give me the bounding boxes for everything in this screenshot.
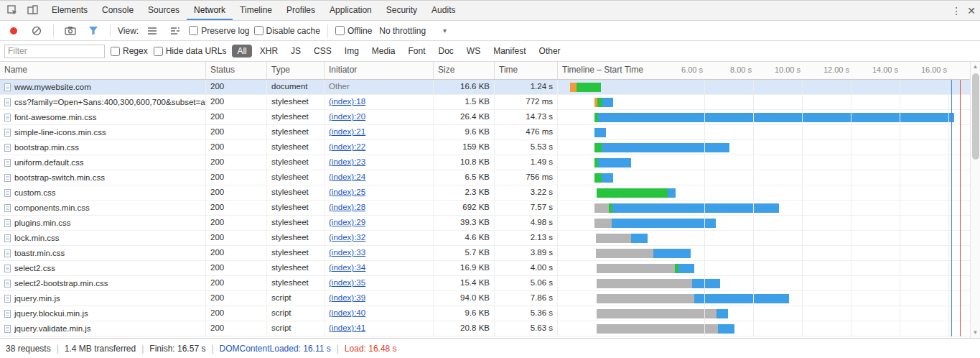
throttling-select[interactable]: No throttling ▾: [376, 24, 449, 37]
column-header-type[interactable]: Type: [267, 62, 325, 79]
initiator-link[interactable]: (index):32: [329, 233, 365, 242]
request-row[interactable]: custom.css200stylesheet(index):252.3 KB3…: [0, 185, 980, 201]
preserve-log-input[interactable]: [189, 26, 198, 35]
column-header-time[interactable]: Time: [495, 62, 558, 79]
column-header-initiator[interactable]: Initiator: [325, 62, 434, 79]
regex-checkbox[interactable]: Regex: [111, 46, 148, 56]
hide-data-urls-checkbox[interactable]: Hide data URLs: [154, 46, 227, 56]
tab-elements[interactable]: Elements: [45, 1, 95, 20]
offline-checkbox[interactable]: Offline: [335, 26, 372, 36]
initiator-link[interactable]: (index):24: [329, 173, 365, 181]
tab-profiles[interactable]: Profiles: [279, 1, 322, 20]
request-row[interactable]: jquery.blockui.min.js200script(index):40…: [0, 306, 980, 321]
scroll-up-icon[interactable]: ▲: [973, 62, 979, 72]
filter-input[interactable]: [4, 45, 105, 58]
view-large-rows-icon[interactable]: [166, 22, 185, 40]
type-filter-media[interactable]: Media: [367, 45, 401, 58]
initiator-link[interactable]: (index):40: [329, 308, 365, 317]
request-row[interactable]: css?family=Open+Sans:400,300,600,700&sub…: [0, 95, 980, 110]
tab-audits[interactable]: Audits: [424, 1, 462, 20]
initiator-link[interactable]: (index):39: [329, 293, 365, 302]
type-filter-doc[interactable]: Doc: [434, 45, 459, 58]
waterfall-bar[interactable]: [594, 128, 606, 137]
filter-funnel-icon[interactable]: [84, 22, 103, 40]
waterfall-bar[interactable]: [596, 234, 648, 243]
type-filter-xhr[interactable]: XHR: [255, 45, 283, 58]
waterfall-bar[interactable]: [594, 158, 631, 167]
disable-cache-input[interactable]: [254, 26, 263, 35]
regex-input[interactable]: [111, 47, 120, 56]
overflow-menu-icon[interactable]: ⋮: [951, 5, 961, 17]
request-row[interactable]: lock.min.css200stylesheet(index):324.6 K…: [0, 231, 980, 246]
tab-network[interactable]: Network: [187, 1, 233, 20]
view-list-icon[interactable]: [143, 22, 162, 40]
waterfall-bar[interactable]: [597, 264, 694, 273]
type-filter-font[interactable]: Font: [403, 45, 431, 58]
initiator-link[interactable]: (index):18: [329, 97, 365, 106]
waterfall-bar[interactable]: [596, 249, 691, 258]
initiator-link[interactable]: (index):33: [329, 248, 365, 257]
request-row[interactable]: bootstrap.min.css200stylesheet(index):22…: [0, 140, 980, 155]
clear-button[interactable]: [27, 22, 46, 40]
type-filter-manifest[interactable]: Manifest: [488, 45, 531, 58]
scroll-down-icon[interactable]: ▼: [973, 328, 979, 338]
waterfall-bar[interactable]: [597, 309, 727, 318]
waterfall-bar[interactable]: [597, 279, 720, 288]
request-row[interactable]: plugins.min.css200stylesheet(index):2939…: [0, 216, 980, 231]
tab-sources[interactable]: Sources: [141, 1, 187, 20]
request-row[interactable]: www.mywebsite.com200documentOther16.6 KB…: [0, 80, 980, 95]
waterfall-bar[interactable]: [594, 143, 729, 152]
initiator-link[interactable]: (index):23: [329, 157, 365, 166]
screenshot-capture-icon[interactable]: [61, 22, 80, 40]
initiator-link[interactable]: (index):41: [329, 323, 365, 332]
disable-cache-checkbox[interactable]: Disable cache: [254, 26, 320, 36]
type-filter-js[interactable]: JS: [286, 45, 306, 58]
initiator-link[interactable]: (index):22: [329, 142, 365, 151]
request-row[interactable]: select2.css200stylesheet(index):3416.9 K…: [0, 261, 980, 276]
waterfall-bar[interactable]: [597, 324, 734, 334]
request-row[interactable]: components.min.css200stylesheet(index):2…: [0, 201, 980, 216]
request-row[interactable]: simple-line-icons.min.css200stylesheet(i…: [0, 125, 980, 140]
request-row[interactable]: uniform.default.css200stylesheet(index):…: [0, 155, 980, 170]
hide-data-urls-input[interactable]: [154, 47, 163, 56]
waterfall-bar[interactable]: [597, 188, 675, 198]
initiator-link[interactable]: (index):34: [329, 263, 365, 272]
tab-timeline[interactable]: Timeline: [233, 1, 279, 20]
tab-console[interactable]: Console: [95, 1, 141, 20]
type-filter-css[interactable]: CSS: [309, 45, 337, 58]
request-row[interactable]: toastr.min.css200stylesheet(index):335.7…: [0, 246, 980, 261]
preserve-log-checkbox[interactable]: Preserve log: [189, 26, 249, 36]
request-row[interactable]: bootstrap-switch.min.css200stylesheet(in…: [0, 170, 980, 185]
scrollbar-thumb[interactable]: [972, 73, 979, 160]
request-row[interactable]: font-awesome.min.css200stylesheet(index)…: [0, 110, 980, 125]
initiator-link[interactable]: (index):25: [329, 188, 365, 196]
column-header-name[interactable]: Name: [0, 62, 206, 79]
waterfall-bar[interactable]: [594, 98, 613, 107]
record-button[interactable]: [4, 22, 23, 40]
waterfall-bar[interactable]: [570, 83, 601, 92]
vertical-scrollbar[interactable]: ▲ ▼: [970, 62, 980, 338]
waterfall-bar[interactable]: [594, 203, 779, 213]
type-filter-other[interactable]: Other: [534, 45, 566, 58]
waterfall-bar[interactable]: [594, 219, 716, 228]
tab-security[interactable]: Security: [379, 1, 424, 20]
request-row[interactable]: select2-bootstrap.min.css200stylesheet(i…: [0, 276, 980, 291]
initiator-link[interactable]: (index):21: [329, 127, 365, 136]
initiator-link[interactable]: (index):35: [329, 278, 365, 287]
waterfall-bar[interactable]: [597, 294, 788, 303]
type-filter-ws[interactable]: WS: [462, 45, 485, 58]
tab-application[interactable]: Application: [322, 1, 379, 20]
close-devtools-icon[interactable]: ✕: [967, 5, 976, 17]
request-row[interactable]: jquery.min.js200script(index):3994.0 KB7…: [0, 291, 980, 306]
waterfall-bar[interactable]: [594, 173, 613, 183]
device-toolbar-icon[interactable]: [23, 2, 42, 19]
offline-input[interactable]: [335, 26, 345, 35]
type-filter-img[interactable]: Img: [340, 45, 364, 58]
inspect-element-icon[interactable]: [3, 2, 22, 19]
initiator-link[interactable]: (index):29: [329, 218, 365, 226]
type-filter-all[interactable]: All: [232, 45, 251, 58]
initiator-link[interactable]: (index):20: [329, 112, 365, 121]
initiator-link[interactable]: (index):28: [329, 203, 365, 211]
column-header-size[interactable]: Size: [434, 62, 495, 79]
request-row[interactable]: jquery.validate.min.js200script(index):4…: [0, 321, 980, 336]
